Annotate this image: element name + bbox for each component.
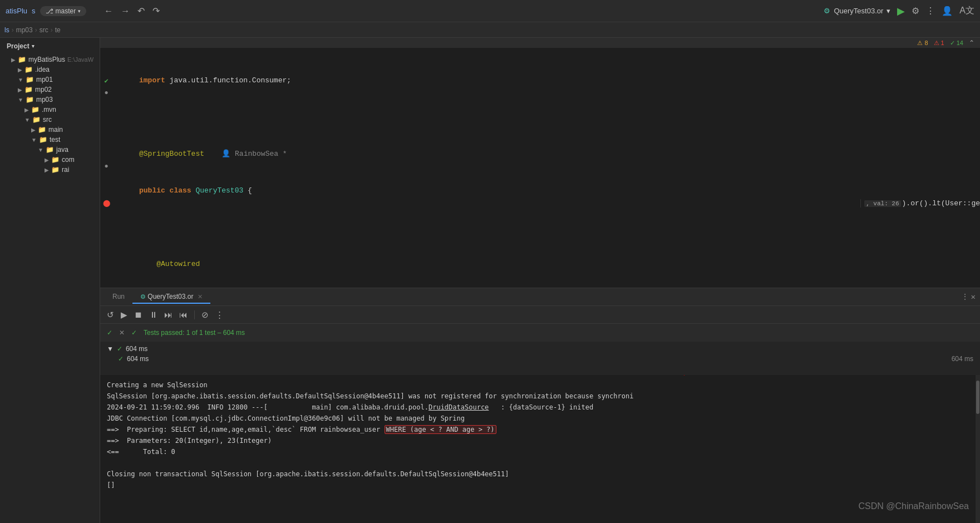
gutter-autowired bbox=[100, 111, 112, 124]
folder-icon: 📁 bbox=[32, 116, 41, 124]
pause-button[interactable]: ⏸ bbox=[147, 309, 160, 320]
sidebar-item-mvn[interactable]: ▶ 📁 .mvn bbox=[0, 105, 100, 115]
user-button[interactable]: 👤 bbox=[942, 6, 953, 16]
sidebar-item-com[interactable]: ▶ 📁 com bbox=[0, 155, 100, 165]
console-line-7: <== Total: 0 bbox=[107, 446, 973, 457]
console-line-2: SqlSession [org.apache.ibatis.session.de… bbox=[107, 391, 973, 402]
code-line-5 bbox=[139, 221, 980, 234]
code-lines: import java.util.function.Consumer; @Spr… bbox=[135, 48, 980, 284]
sidebar-item-main[interactable]: ▶ 📁 main bbox=[0, 125, 100, 135]
code-editor: ⚠ 8 ⚠ 1 ✓ 14 ⌃ ✔ ● ● bbox=[100, 38, 980, 288]
app-name: atisPlu bbox=[6, 7, 27, 15]
more-button[interactable]: ⋮ bbox=[926, 6, 935, 16]
panel-right-icons: ⋮ ✕ bbox=[961, 292, 976, 302]
right-code: ).or().lt(User::ge bbox=[902, 199, 980, 208]
sidebar-item-rai[interactable]: ▶ 📁 rai bbox=[0, 165, 100, 175]
panel-close-icon[interactable]: ✕ bbox=[971, 292, 976, 302]
play-button[interactable]: ▶ bbox=[119, 309, 130, 321]
panel-settings-icon[interactable]: ⋮ bbox=[961, 292, 969, 302]
sidebar-item-java[interactable]: ▼ 📁 java bbox=[0, 145, 100, 155]
tree-label: java bbox=[56, 146, 68, 154]
check-all-icon: ✓ bbox=[107, 329, 112, 337]
tree-suffix: E:\JavaW bbox=[67, 56, 93, 63]
toolbar-divider bbox=[194, 310, 195, 319]
top-bar: atisPlu s ⎇ master ▾ ← → ↶ ↷ ⚙ QueryTest… bbox=[0, 0, 980, 22]
code-line-2 bbox=[139, 111, 980, 124]
filter-button[interactable]: ⊘ bbox=[199, 309, 211, 321]
more-toolbar-button[interactable]: ⋮ bbox=[213, 309, 226, 321]
code-line-3: @SpringBootTest 👤 RainbowSea * bbox=[139, 148, 980, 160]
folder-icon: 📁 bbox=[31, 106, 40, 114]
test-chevron-1: ▼ bbox=[107, 345, 114, 353]
sidebar-item-src[interactable]: ▼ 📁 src bbox=[0, 115, 100, 125]
sidebar-item-test[interactable]: ▼ 📁 test bbox=[0, 135, 100, 145]
breadcrumb-part-1[interactable]: mp03 bbox=[16, 26, 33, 34]
gutter-8 bbox=[100, 136, 112, 148]
chevron-icon: ▶ bbox=[11, 57, 16, 63]
sidebar-item-mp03[interactable]: ▼ 📁 mp03 bbox=[0, 95, 100, 105]
gutter-class[interactable]: ● bbox=[100, 87, 112, 99]
panel-toolbar: ↺ ▶ ⏹ ⏸ ⏭ ⏮ ⊘ ⋮ bbox=[100, 306, 980, 324]
breadcrumb-sep-2: › bbox=[51, 26, 53, 34]
test-tree-item-1[interactable]: ▼ ✓ 604 ms bbox=[107, 344, 973, 354]
test-status-bar: ✓ ✕ ✓ Tests passed: 1 of 1 test – 604 ms bbox=[100, 324, 980, 342]
test-tree-item-2[interactable]: ✓ 604 ms 604 ms bbox=[107, 354, 973, 364]
breadcrumb: ls › mp03 › src › te bbox=[0, 22, 980, 38]
run-config-name: QueryTest03.or bbox=[834, 7, 883, 15]
editor-badges: ⚠ 8 ⚠ 1 ✓ 14 ⌃ bbox=[917, 39, 974, 47]
tree-label: mp02 bbox=[35, 86, 52, 93]
autowired-ann: @Autowired bbox=[156, 258, 200, 270]
tab-run[interactable]: Run bbox=[105, 290, 132, 304]
settings-button[interactable]: ⚙ bbox=[912, 6, 919, 16]
gutter-highlighted[interactable]: ⬤ bbox=[100, 197, 112, 209]
test-tree: ▼ ✓ 604 ms ✓ 604 ms 604 ms bbox=[100, 342, 980, 375]
gutter-close bbox=[100, 234, 112, 246]
expand-icon[interactable]: ⌃ bbox=[969, 39, 974, 47]
tab-icon: ⚙ bbox=[140, 293, 146, 300]
chevron-icon: ▼ bbox=[18, 97, 23, 103]
chevron-icon: ▶ bbox=[45, 157, 49, 163]
gutter-springboot[interactable]: ✔ bbox=[100, 75, 112, 87]
chevron-down-icon-run: ▾ bbox=[887, 7, 890, 15]
folder-icon: 📁 bbox=[26, 76, 34, 83]
stop-button[interactable]: ⏹ bbox=[132, 309, 145, 320]
chevron-icon: ▶ bbox=[24, 107, 29, 113]
forward-button[interactable]: → bbox=[119, 3, 132, 18]
code-line-1: import java.util.function.Consumer; bbox=[139, 75, 980, 87]
skip-button[interactable]: ⏭ bbox=[162, 309, 175, 320]
close-tab-icon[interactable]: ✕ bbox=[198, 293, 203, 300]
breadcrumb-part-2[interactable]: src bbox=[40, 26, 48, 34]
rerun-button[interactable]: ↺ bbox=[105, 309, 116, 321]
editor-top-bar: ⚠ 8 ⚠ 1 ✓ 14 ⌃ bbox=[100, 38, 980, 48]
back-button[interactable]: ← bbox=[102, 3, 115, 18]
sidebar-item-mp01[interactable]: ▼ 📁 mp01 bbox=[0, 75, 100, 85]
scrollbar-thumb[interactable] bbox=[976, 381, 979, 414]
breadcrumb-part-3[interactable]: te bbox=[55, 26, 61, 34]
folder-icon: 📁 bbox=[39, 136, 47, 144]
translate-button[interactable]: A文 bbox=[959, 5, 974, 17]
root-folder-icon: 📁 bbox=[18, 56, 26, 63]
bottom-panel: Run ⚙ QueryTest03.or ✕ ⋮ ✕ ↺ ▶ ⏹ ⏸ ⏭ bbox=[100, 288, 980, 523]
tab-querytest[interactable]: ⚙ QueryTest03.or ✕ bbox=[132, 290, 210, 304]
import-kw: import bbox=[139, 75, 165, 87]
branch-name: master bbox=[56, 7, 76, 15]
sidebar-item-mp02[interactable]: ▶ 📁 mp02 bbox=[0, 85, 100, 95]
sidebar-item-mybatisplus[interactable]: ▶ 📁 myBatisPlus E:\JavaW bbox=[0, 55, 100, 65]
redo-button[interactable]: ↷ bbox=[150, 3, 162, 18]
prev-button[interactable]: ⏮ bbox=[177, 309, 190, 320]
chevron-down-icon-sidebar: ▾ bbox=[32, 43, 35, 49]
code-line-4: public class QueryTest03 { bbox=[139, 185, 980, 197]
branch-badge[interactable]: ⎇ master ▾ bbox=[40, 6, 87, 16]
folder-icon: 📁 bbox=[26, 96, 34, 103]
breadcrumb-part-0[interactable]: ls bbox=[4, 26, 9, 34]
console-output[interactable]: Creating a new SqlSession SqlSession [or… bbox=[100, 375, 980, 523]
console-scrollbar[interactable] bbox=[976, 375, 980, 523]
gutter-test[interactable]: ● bbox=[100, 160, 112, 172]
class-kw: class bbox=[170, 185, 196, 197]
breadcrumb-sep-0: › bbox=[12, 26, 14, 34]
run-button[interactable]: ▶ bbox=[897, 5, 905, 17]
undo-button[interactable]: ↶ bbox=[135, 3, 147, 18]
console-line-6: ==> Parameters: 20(Integer), 23(Integer) bbox=[107, 435, 973, 446]
tab-querytest-label: QueryTest03.or bbox=[147, 293, 193, 300]
sidebar-item-idea[interactable]: ▶ 📁 .idea bbox=[0, 65, 100, 75]
